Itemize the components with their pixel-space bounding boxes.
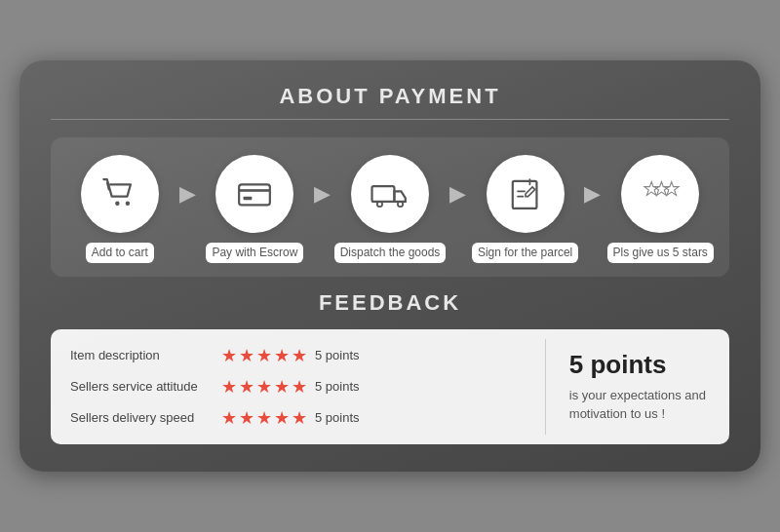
points-label-2: 5 points [315,410,360,425]
feedback-left: Item description ★ ★ ★ ★ ★ 5 points Sell… [51,329,545,444]
truck-icon [369,172,411,215]
stars-row-0: ★ ★ ★ ★ ★ [221,345,307,366]
feedback-row-1: Sellers service attitude ★ ★ ★ ★ ★ 5 poi… [70,376,526,398]
star: ★ [274,345,290,366]
step-label-dispatch: Dispatch the goods [334,243,447,263]
arrow-3: ▶ [449,181,466,207]
points-label-1: 5 points [315,379,360,394]
step-circle-pay [215,155,293,233]
star: ★ [292,376,307,398]
star: ★ [256,345,272,366]
feedback-label-2: Sellers delivery speed [70,410,221,425]
svg-point-0 [115,202,119,206]
feedback-title: FEEDBACK [51,290,729,316]
feedback-label-1: Sellers service attitude [70,379,221,394]
svg-rect-8 [512,181,536,209]
svg-point-1 [126,202,130,206]
steps-container: Add to cart ▶ Pay with Escrow ▶ [51,137,729,277]
cart-icon [98,172,141,215]
arrow-4: ▶ [584,181,601,207]
star: ★ [239,407,254,429]
step-cart: Add to cart [62,155,177,263]
step-circle-cart [81,155,159,233]
star: ★ [256,407,272,429]
svg-rect-5 [372,186,395,202]
main-card: ABOUT PAYMENT Add to cart ▶ [20,60,760,472]
stars-row-1: ★ ★ ★ ★ ★ [221,376,307,398]
star: ★ [256,376,272,398]
step-dispatch: Dispatch the goods [332,155,448,263]
star: ★ [292,407,307,429]
feedback-body: Item description ★ ★ ★ ★ ★ 5 points Sell… [51,329,729,444]
stars-icon [639,172,682,215]
feedback-row-0: Item description ★ ★ ★ ★ ★ 5 points [70,345,526,366]
arrow-1: ▶ [179,181,196,207]
step-label-cart: Add to cart [86,243,154,263]
feedback-label-0: Item description [70,348,221,362]
svg-rect-2 [240,184,271,205]
svg-marker-13 [665,182,680,196]
big-points-text: 5 points [569,350,706,380]
step-label-stars: Pls give us 5 stars [607,243,714,263]
big-points-sub-text: is your expectations andmotivation to us… [569,386,706,424]
star: ★ [239,345,254,366]
step-sign: Sign for the parcel [468,155,583,263]
card-icon [233,172,276,215]
step-circle-stars [621,155,699,233]
star: ★ [292,345,307,366]
feedback-right: 5 points is your expectations andmotivat… [546,329,729,444]
divider-top [51,119,729,120]
svg-rect-4 [244,197,253,201]
star: ★ [274,407,290,429]
star: ★ [221,407,237,429]
step-circle-dispatch [351,155,429,233]
step-label-sign: Sign for the parcel [472,243,578,263]
about-payment-title: ABOUT PAYMENT [51,84,729,109]
svg-point-7 [398,202,403,207]
points-label-0: 5 points [315,348,360,362]
step-stars: Pls give us 5 stars [603,155,718,263]
stars-row-2: ★ ★ ★ ★ ★ [221,407,307,429]
step-circle-sign [487,155,565,233]
star: ★ [239,376,254,398]
step-pay: Pay with Escrow [198,155,313,263]
step-label-pay: Pay with Escrow [206,243,303,263]
svg-point-6 [377,202,382,207]
feedback-row-2: Sellers delivery speed ★ ★ ★ ★ ★ 5 point… [70,407,526,429]
star: ★ [221,376,237,398]
sign-icon [504,172,547,215]
arrow-2: ▶ [314,181,331,207]
star: ★ [221,345,237,366]
star: ★ [274,376,290,398]
